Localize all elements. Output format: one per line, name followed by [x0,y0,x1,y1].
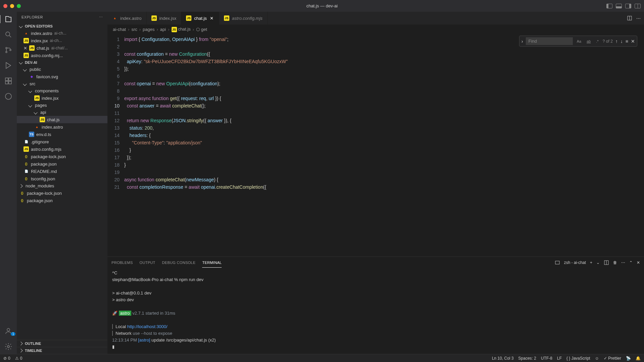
more-tab-actions-icon[interactable]: ⋯ [636,16,641,21]
more-terminal-icon[interactable]: ⋯ [621,260,625,265]
svg-rect-6 [5,81,8,84]
more-icon[interactable]: ⋯ [99,15,103,19]
terminal-dropdown-icon[interactable]: ⌄ [596,260,600,265]
file-item[interactable]: 📄README.md [17,168,107,175]
file-item[interactable]: {}tsconfig.json [17,175,107,182]
panel-tab-debug console[interactable]: DEBUG CONSOLE [162,258,196,267]
errors-status[interactable]: ⊘ 0 [3,356,10,361]
activity-bar: 1 [0,12,17,354]
find-prev-icon[interactable]: ↑ [615,39,618,44]
breadcrumb-item[interactable]: ai-chat [113,27,126,32]
breadcrumb-item[interactable]: src [131,27,137,32]
maximize-panel-icon[interactable]: ⌃ [629,260,633,265]
panel-tab-output[interactable]: OUTPUT [140,258,155,267]
toggle-secondary-icon[interactable] [625,4,631,8]
timeline-header[interactable]: TIMELINE [17,347,107,354]
search-view-icon[interactable] [0,31,17,39]
terminal-content[interactable]: ^Cstephan@MacBook-Pro ai-chat % npm run … [107,268,644,354]
code-editor[interactable]: 123456789101112131415161718192021 import… [107,34,644,257]
close-icon[interactable]: ✕ [24,46,27,51]
cursor-position[interactable]: Ln 10, Col 3 [492,356,514,361]
editor-tab[interactable]: JSastro.config.mjs [219,12,268,25]
maximize-window[interactable] [17,4,21,8]
find-next-icon[interactable]: ↓ [620,39,623,44]
settings-gear-icon[interactable] [0,343,17,351]
open-editor-item[interactable]: ✕ JSchat.js ai-chat/... [17,44,107,52]
editor-tab[interactable]: ▲index.astro [107,12,147,25]
breadcrumb-item[interactable]: pages [143,27,154,32]
match-word-icon[interactable]: ab [585,39,592,44]
extensions-view-icon[interactable] [0,77,17,85]
close-tab-icon[interactable]: ✕ [210,16,214,20]
open-editors-header[interactable]: OPEN EDITORS [17,23,107,30]
toggle-panel-icon[interactable] [616,4,622,8]
outline-header[interactable]: OUTLINE [17,340,107,347]
eol-status[interactable]: LF [557,356,562,361]
terminal-profile-icon[interactable] [555,260,560,265]
customize-layout-icon[interactable] [635,4,641,8]
panel-tab-problems[interactable]: PROBLEMS [111,258,133,267]
project-header[interactable]: DEV-AI [17,59,107,66]
file-item[interactable]: {}package.json [17,197,107,204]
open-editor-item[interactable]: ▲index.astro ai-ch... [17,30,107,37]
language-status[interactable]: { } JavaScript [566,356,590,361]
file-item[interactable]: ◆favicon.svg [17,73,107,80]
open-editor-item[interactable]: JSindex.jsx ai-ch... [17,37,107,44]
panel-tab-terminal[interactable]: TERMINAL [202,258,222,268]
find-expand-icon[interactable]: › [521,39,523,44]
folder-item[interactable]: public [17,66,107,73]
indentation-status[interactable]: Spaces: 2 [518,356,536,361]
kill-terminal-icon[interactable]: 🗑 [613,260,617,265]
new-terminal-icon[interactable]: + [590,260,592,265]
find-filter-icon[interactable]: ≡ [626,39,628,44]
folder-item[interactable]: node_modules [17,182,107,189]
breadcrumb-item[interactable]: JS chat.js [172,27,191,32]
close-window[interactable] [3,4,7,8]
find-input[interactable] [526,37,573,45]
file-item[interactable]: 📄.gitignore [17,138,107,145]
regex-icon[interactable]: .* [595,39,600,44]
code-content[interactable]: import { Configuration, OpenAIApi } from… [124,34,644,257]
warnings-status[interactable]: ⚠ 0 [15,356,22,361]
file-item[interactable]: JSindex.jsx [17,94,107,102]
sidebar-title: EXPLORER ⋯ [17,12,107,23]
find-close-icon[interactable]: ✕ [631,39,635,44]
split-editor-icon[interactable] [627,15,632,21]
file-item[interactable]: ▲index.astro [17,123,107,131]
editor-tab[interactable]: JSindex.jsx [147,12,182,25]
debug-view-icon[interactable] [0,61,17,70]
breadcrumb-item[interactable]: api [160,27,166,32]
open-editor-item[interactable]: JSastro.config.mj... [17,52,107,59]
breadcrumb[interactable]: ai-chat›src›pages›api›JS chat.js›⬡ get [107,25,644,34]
breadcrumb-item[interactable]: ⬡ get [196,27,207,32]
source-control-icon[interactable] [0,46,17,54]
live-share-icon[interactable]: 📡 [626,356,631,361]
file-item[interactable]: {}package.json [17,160,107,168]
split-terminal-icon[interactable] [604,260,609,265]
file-item[interactable]: {}package-lock.json [17,189,107,197]
minimize-window[interactable] [10,4,14,8]
accounts-icon[interactable]: 1 [0,327,17,335]
terminal-name[interactable]: zsh - ai-chat [564,260,586,265]
folder-item[interactable]: pages [17,102,107,109]
file-item[interactable]: JSchat.js [17,116,107,123]
file-item[interactable]: TSenv.d.ts [17,131,107,138]
edge-view-icon[interactable] [0,92,17,100]
close-panel-icon[interactable]: ✕ [637,260,640,265]
feedback-icon[interactable]: ☺ [595,356,599,361]
editor-tab[interactable]: JSchat.js✕ [181,12,219,25]
toggle-sidebar-icon[interactable] [606,4,612,8]
prettier-status[interactable]: ✓ Prettier [604,356,621,361]
explorer-view-icon[interactable] [0,15,16,23]
folder-item[interactable]: components [17,87,107,94]
window-controls [3,4,21,8]
line-gutter: 123456789101112131415161718192021 [107,34,124,257]
folder-item[interactable]: api [17,109,107,116]
encoding-status[interactable]: UTF-8 [541,356,552,361]
folder-item[interactable]: src [17,80,107,87]
file-item[interactable]: {}package-lock.json [17,153,107,160]
notifications-icon[interactable]: 🔔 [636,356,641,361]
file-item[interactable]: JSastro.config.mjs [17,145,107,153]
match-case-icon[interactable]: Aa [576,39,583,44]
editor-tabs: ▲index.astroJSindex.jsxJSchat.js✕JSastro… [107,12,644,25]
